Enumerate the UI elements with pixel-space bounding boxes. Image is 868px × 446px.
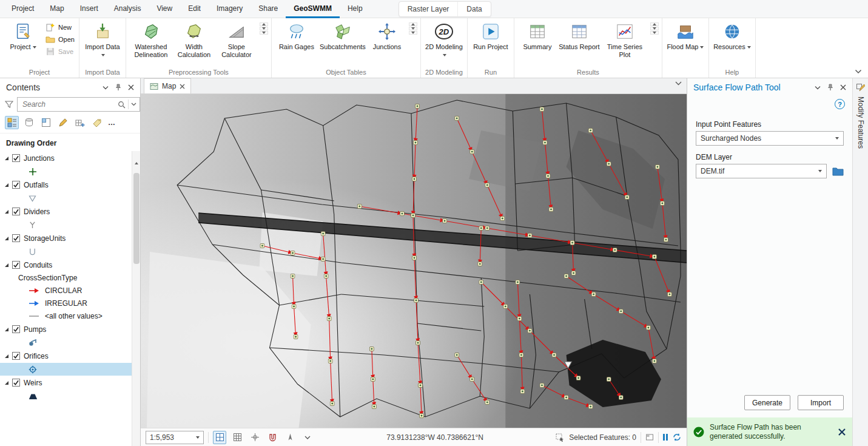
toc-editing-pencil-icon[interactable]: [56, 116, 70, 129]
new-button[interactable]: New: [45, 22, 75, 32]
browse-folder-icon[interactable]: [832, 166, 844, 176]
junctions-button[interactable]: Junctions: [367, 20, 407, 52]
menu-tab-insert[interactable]: Insert: [72, 0, 106, 18]
group-scroll-up-button[interactable]: [650, 22, 659, 26]
divider-symbol-row[interactable]: [0, 218, 132, 231]
weir-symbol-row[interactable]: [0, 390, 132, 402]
input-point-features-dropdown[interactable]: Surcharged Nodes: [696, 131, 844, 146]
toc-data-source-icon[interactable]: [22, 116, 36, 129]
layer-checkbox[interactable]: [12, 379, 20, 387]
legend-row-other-values[interactable]: <all other values>: [0, 309, 132, 322]
contextual-tab-raster-layer[interactable]: Raster Layer: [399, 2, 458, 16]
scroll-up-icon[interactable]: [135, 154, 138, 162]
group-scroll-down-button[interactable]: [650, 27, 659, 30]
layer-row-weirs[interactable]: Weirs: [0, 376, 132, 390]
chevron-down-icon[interactable]: [100, 83, 111, 92]
layer-row-storageunits[interactable]: StorageUnits: [0, 231, 132, 245]
layer-checkbox[interactable]: [12, 325, 20, 333]
toc-snapping-grid-icon[interactable]: [73, 116, 87, 129]
layer-row-orifices[interactable]: Orifices: [0, 349, 132, 363]
help-icon[interactable]: ?: [835, 99, 845, 109]
layer-checkbox[interactable]: [12, 181, 20, 189]
generate-button[interactable]: Generate: [744, 395, 790, 410]
map-canvas[interactable]: [141, 94, 687, 428]
layer-checkbox[interactable]: [12, 234, 20, 242]
map-tab[interactable]: Map: [144, 78, 191, 93]
junction-symbol-row[interactable]: [0, 165, 132, 178]
group-scroll-down-button[interactable]: [409, 27, 417, 30]
dem-layer-dropdown[interactable]: DEM.tif: [696, 164, 827, 178]
map-tab-close-icon[interactable]: [180, 84, 185, 89]
expander-icon[interactable]: [5, 237, 8, 240]
expander-icon[interactable]: [5, 157, 8, 160]
layer-row-conduits[interactable]: Conduits: [0, 258, 132, 272]
expander-icon[interactable]: [5, 183, 8, 187]
expander-icon[interactable]: [5, 210, 8, 214]
group-more-button[interactable]: [650, 31, 659, 35]
toc-drawing-order-icon[interactable]: [5, 116, 19, 129]
table-grid-icon[interactable]: [230, 431, 244, 444]
import-button[interactable]: Import: [798, 395, 844, 410]
expander-icon[interactable]: [5, 328, 8, 331]
flood-map-button[interactable]: Flood Map: [665, 20, 705, 52]
menu-tab-help[interactable]: Help: [340, 0, 371, 18]
watershed-delineation-button[interactable]: Watershed Delineation: [129, 20, 173, 59]
menu-tab-edit[interactable]: Edit: [180, 0, 209, 18]
statusbar-more-chevron-icon[interactable]: [301, 431, 314, 444]
filter-funnel-icon[interactable]: [5, 100, 13, 109]
run-project-button[interactable]: Run Project: [471, 20, 511, 52]
toc-labeling-icon[interactable]: [90, 116, 104, 129]
rain-gages-button[interactable]: Rain Gages: [275, 20, 318, 52]
menu-tab-map[interactable]: Map: [42, 0, 72, 18]
pump-symbol-row[interactable]: [0, 336, 132, 349]
search-options-chevron-icon[interactable]: [131, 103, 136, 106]
toc-more-button[interactable]: …: [107, 118, 117, 127]
legend-row-circular[interactable]: CIRCULAR: [0, 284, 132, 297]
layer-checkbox[interactable]: [12, 261, 20, 269]
storage-unit-symbol-row[interactable]: [0, 245, 132, 258]
expander-icon[interactable]: [5, 381, 8, 385]
project-button[interactable]: Project: [3, 20, 43, 52]
group-scroll-up-button[interactable]: [409, 22, 417, 26]
ribbon-collapse-chevron-icon[interactable]: [855, 69, 862, 74]
search-icon[interactable]: [118, 101, 126, 109]
chevron-down-icon[interactable]: [812, 83, 823, 92]
modify-features-tab[interactable]: Modify Features: [856, 96, 865, 149]
width-calculation-button[interactable]: Width Calculation: [173, 20, 215, 59]
layer-checkbox[interactable]: [12, 352, 20, 360]
contents-scrollbar[interactable]: [132, 151, 140, 446]
scrollbar-thumb[interactable]: [133, 173, 140, 264]
expander-icon[interactable]: [5, 263, 8, 267]
subcatchments-button[interactable]: Subcatchments: [318, 20, 367, 52]
resources-button[interactable]: Resources: [712, 20, 752, 52]
legend-row-irregular[interactable]: IRREGULAR: [0, 297, 132, 309]
orifice-symbol-row-selected[interactable]: [0, 363, 132, 376]
menu-tab-imagery[interactable]: Imagery: [209, 0, 251, 18]
import-data-button[interactable]: Import Data: [82, 20, 123, 59]
close-icon[interactable]: [838, 83, 849, 92]
magnet-icon[interactable]: [266, 431, 279, 444]
north-arrow-icon[interactable]: [283, 431, 297, 444]
toc-selection-icon[interactable]: [39, 116, 53, 129]
open-button[interactable]: Open: [45, 35, 75, 44]
pause-drawing-icon[interactable]: [663, 434, 668, 441]
slope-calculator-button[interactable]: Slope Calculator: [215, 20, 258, 59]
extent-box-icon[interactable]: [645, 433, 654, 441]
save-button[interactable]: Save: [45, 47, 75, 56]
menu-tab-analysis[interactable]: Analysis: [106, 0, 149, 18]
status-report-button[interactable]: Status Report: [557, 20, 601, 52]
group-scroll-down-button[interactable]: [260, 27, 268, 30]
group-more-button[interactable]: [409, 31, 417, 35]
menu-tab-geoswmm[interactable]: GeoSWMM: [286, 0, 340, 18]
outfall-symbol-row[interactable]: [0, 192, 132, 204]
pin-icon[interactable]: [113, 83, 124, 92]
group-scroll-up-button[interactable]: [260, 22, 268, 26]
2d-modeling-button[interactable]: 2D 2D Modeling: [424, 20, 464, 59]
expander-icon[interactable]: [5, 354, 8, 358]
refresh-icon[interactable]: [672, 433, 682, 442]
tab-menu-chevron-icon[interactable]: [675, 81, 682, 86]
layer-checkbox[interactable]: [12, 154, 20, 162]
contextual-tab-data[interactable]: Data: [457, 2, 490, 16]
layer-row-junctions[interactable]: Junctions: [0, 151, 132, 165]
layer-row-pumps[interactable]: Pumps: [0, 322, 132, 336]
